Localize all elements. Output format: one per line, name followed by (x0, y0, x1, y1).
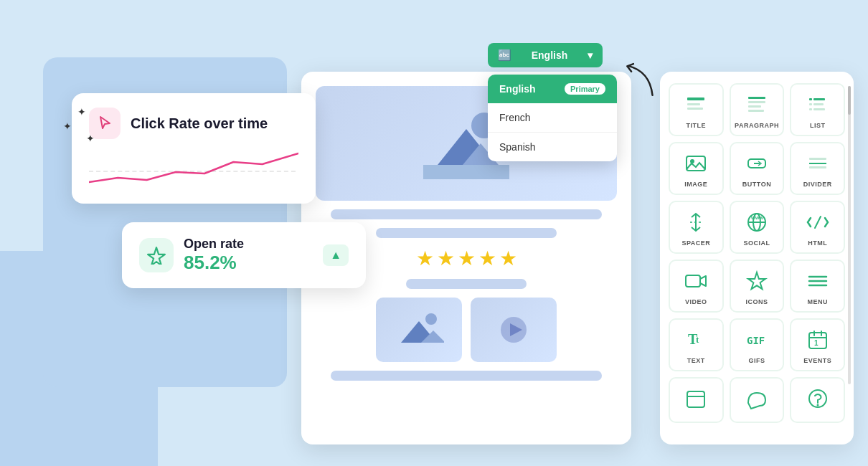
click-rate-card: Click Rate over time (72, 93, 316, 204)
sparkle-icon-3: ✦ (86, 133, 95, 144)
gifs-label: GIFS (748, 357, 765, 364)
block-icons[interactable]: ICONS (730, 260, 785, 313)
social-svg: WWW (745, 211, 768, 234)
language-dropdown[interactable]: English Primary French Spanish (488, 75, 617, 161)
language-selector[interactable]: 🔤 English ▾ English Primary French Spani… (488, 43, 603, 67)
svg-rect-10 (687, 98, 704, 100)
block-video[interactable]: VIDEO (669, 260, 724, 313)
svg-rect-14 (748, 101, 765, 103)
events-icon: 1 (805, 327, 831, 353)
icons-label: ICONS (745, 298, 768, 305)
block-html[interactable]: HTML (790, 201, 845, 254)
block-menu[interactable]: MENU (790, 260, 845, 313)
blocks-grid: TITLE PARAGRAPH (669, 83, 845, 423)
lang-option-french[interactable]: French (488, 103, 617, 133)
extra-1-svg (684, 387, 707, 410)
svg-point-7 (425, 313, 437, 325)
lang-option-english[interactable]: English Primary (488, 75, 617, 103)
block-text[interactable]: T t TEXT (669, 318, 724, 371)
open-rate-text: Open rate 85.2% (184, 237, 313, 274)
events-label: EVENTS (803, 357, 831, 364)
svg-text:WWW: WWW (751, 216, 763, 220)
trend-badge: ▲ (323, 244, 349, 266)
preview-small-img-1 (376, 298, 462, 362)
content-blocks-panel: TITLE PARAGRAPH (660, 72, 854, 444)
star-5: ★ (499, 247, 517, 270)
button-svg (745, 152, 768, 175)
svg-rect-22 (813, 108, 825, 110)
svg-point-52 (816, 404, 819, 406)
chevron-down-icon: ▾ (588, 49, 593, 61)
click-rate-chart (89, 146, 298, 189)
title-svg (684, 93, 707, 116)
svg-rect-17 (809, 98, 812, 100)
extra-2-svg (745, 387, 768, 410)
spacer-icon (683, 209, 709, 235)
preview-bar-1 (331, 209, 602, 219)
menu-icon (805, 268, 831, 294)
sparkle-icon-2: ✦ (63, 120, 72, 132)
primary-badge: Primary (565, 83, 605, 95)
star-2: ★ (437, 247, 455, 270)
image-label: IMAGE (684, 181, 707, 188)
block-title[interactable]: TITLE (669, 83, 724, 136)
text-label: TEXT (687, 357, 705, 364)
card-header: Click Rate over time (89, 108, 298, 139)
block-social[interactable]: WWW SOCIAL (730, 201, 785, 254)
svg-rect-11 (687, 103, 700, 105)
image-icon (683, 151, 709, 176)
html-label: HTML (808, 239, 827, 247)
divider-icon (805, 151, 831, 176)
language-selector-button[interactable]: 🔤 English ▾ (488, 43, 603, 67)
gifs-svg: GIF (745, 328, 768, 351)
play-button-svg (499, 315, 528, 344)
click-rate-title: Click Rate over time (131, 115, 268, 132)
svg-rect-23 (687, 156, 705, 171)
extra-1-icon (683, 386, 709, 412)
block-divider[interactable]: DIVIDER (790, 142, 845, 195)
svg-text:GIF: GIF (747, 335, 765, 346)
preview-bar-4 (331, 371, 602, 381)
open-rate-icon (139, 238, 174, 272)
extra-3-icon (805, 386, 831, 412)
block-button[interactable]: BUTTON (730, 142, 785, 195)
list-label: LIST (810, 122, 826, 129)
text-svg: T t (684, 328, 707, 351)
svg-rect-12 (687, 108, 703, 110)
block-image[interactable]: IMAGE (669, 142, 724, 195)
svg-rect-20 (813, 103, 824, 105)
block-extra-3[interactable] (790, 377, 845, 423)
svg-rect-29 (809, 166, 826, 168)
language-current-label: English (532, 49, 568, 61)
block-list[interactable]: LIST (790, 83, 845, 136)
svg-text:1: 1 (814, 339, 819, 347)
stars-row: ★ ★ ★ ★ ★ (416, 247, 517, 270)
spacer-label: SPACER (681, 239, 710, 247)
chart-svg (89, 146, 298, 189)
block-events[interactable]: 1 EVENTS (790, 318, 845, 371)
list-icon (805, 92, 831, 118)
open-rate-value: 85.2% (184, 252, 313, 274)
preview-row-two (316, 298, 617, 362)
english-label: English (499, 83, 536, 95)
button-icon (744, 151, 770, 176)
block-spacer[interactable]: SPACER (669, 201, 724, 254)
sparkle-icon-1: ✦ (77, 106, 86, 118)
paragraph-icon (744, 92, 770, 118)
extra-2-icon (744, 386, 770, 412)
star-icon (147, 246, 166, 265)
block-paragraph[interactable]: PARAGRAPH (730, 83, 785, 136)
paragraph-svg (745, 93, 768, 116)
events-svg: 1 (806, 328, 829, 351)
lang-option-spanish[interactable]: Spanish (488, 133, 617, 161)
social-icon: WWW (744, 209, 770, 235)
image-svg (684, 152, 707, 175)
block-extra-2[interactable] (730, 377, 785, 423)
html-icon (805, 209, 831, 235)
block-gifs[interactable]: GIF GIFS (730, 318, 785, 371)
icons-svg (745, 270, 768, 293)
language-icon: 🔤 (498, 49, 511, 62)
scrollbar-thumb (848, 86, 851, 115)
svg-rect-19 (809, 103, 812, 105)
block-extra-1[interactable] (669, 377, 724, 423)
